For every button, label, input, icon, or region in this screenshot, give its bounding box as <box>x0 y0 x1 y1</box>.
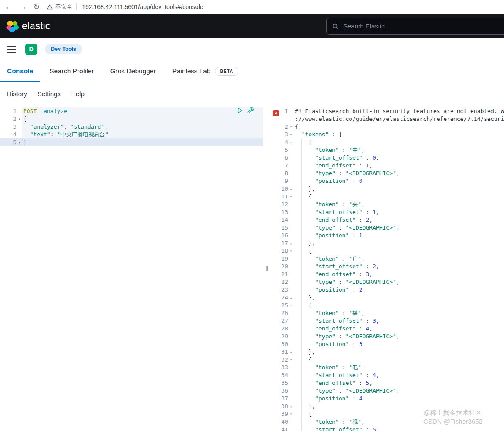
code-line[interactable]: 2▾{ <box>271 123 504 131</box>
code-line[interactable]: 29 "type" : "<IDEOGRAPHIC>", <box>271 333 504 340</box>
line-number: 38 <box>271 403 288 410</box>
search-input[interactable] <box>342 22 480 30</box>
code-line[interactable]: 28 "end_offset" : 4, <box>271 325 504 333</box>
code-line[interactable]: 4 "text": "中央广播电视总台" <box>0 131 263 138</box>
code-text: "position" : 2 <box>294 286 504 294</box>
code-line[interactable]: 26 "token" : "播", <box>271 309 504 317</box>
line-number: 28 <box>271 325 288 333</box>
code-line[interactable]: 12 "token" : "央", <box>271 201 504 208</box>
fold-toggle-icon[interactable]: ▾ <box>288 247 294 255</box>
code-line[interactable]: 1#! Elasticsearch built-in security feat… <box>271 107 504 115</box>
code-line[interactable]: 41 "start_offset" : 5, <box>271 426 504 431</box>
code-line[interactable]: 8 "type" : "<IDEOGRAPHIC>", <box>271 170 504 177</box>
tab-search-profiler[interactable]: Search Profiler <box>43 60 101 82</box>
browser-forward-button[interactable]: → <box>19 3 27 11</box>
code-line[interactable]: 17▴ }, <box>271 239 504 247</box>
code-line[interactable]: 6 "start_offset" : 0, <box>271 154 504 162</box>
line-number: 4 <box>0 131 16 138</box>
fold-toggle-icon[interactable]: ▴ <box>288 403 294 410</box>
gutter: 15 <box>271 224 294 232</box>
fold-toggle-icon[interactable]: ▴ <box>288 294 294 302</box>
response-pane[interactable]: ✕ 1#! Elasticsearch built-in security fe… <box>271 106 504 431</box>
code-line[interactable]: 9 "position" : 0 <box>271 177 504 185</box>
fold-toggle-icon[interactable]: ▾ <box>288 410 294 418</box>
code-line[interactable]: 21 "end_offset" : 3, <box>271 271 504 278</box>
code-line[interactable]: 4▾ { <box>271 138 504 146</box>
fold-toggle-icon[interactable]: ▾ <box>288 123 294 131</box>
request-pane[interactable]: 1POST _analyze2▾{3 "analyzer": "standard… <box>0 106 263 431</box>
fold-toggle-icon[interactable]: ▴ <box>288 185 294 193</box>
security-label[interactable]: 不安全 <box>55 3 72 11</box>
code-line[interactable]: 10▴ }, <box>271 185 504 193</box>
code-line[interactable]: 19 "token" : "广", <box>271 255 504 263</box>
line-number: 15 <box>271 224 288 232</box>
gutter: 5▴ <box>0 138 22 146</box>
gutter: 31▴ <box>271 348 294 356</box>
code-line[interactable]: 36 "type" : "<IDEOGRAPHIC>", <box>271 387 504 395</box>
code-line[interactable]: 22 "type" : "<IDEOGRAPHIC>", <box>271 278 504 286</box>
code-line[interactable]: 27 "start_offset" : 3, <box>271 317 504 325</box>
code-text: "end_offset" : 4, <box>294 325 504 333</box>
code-line[interactable]: ://www.elastic.co/guide/en/elasticsearch… <box>271 115 504 123</box>
watermark-line: @稀土掘金技术社区 <box>423 409 482 417</box>
code-line[interactable]: 3 "analyzer": "standard", <box>0 123 263 131</box>
fold-toggle-icon[interactable]: ▾ <box>288 302 294 309</box>
code-line[interactable]: 31▴ }, <box>271 348 504 356</box>
line-number: 23 <box>271 286 288 294</box>
fold-toggle-icon[interactable]: ▾ <box>288 193 294 201</box>
code-line[interactable]: 32▾ { <box>271 356 504 364</box>
fold-toggle-icon[interactable]: ▾ <box>288 138 294 146</box>
code-line[interactable]: 35 "end_offset" : 5, <box>271 379 504 387</box>
code-line[interactable]: 24▴ }, <box>271 294 504 302</box>
send-request-button[interactable] <box>236 107 243 114</box>
code-line[interactable]: 20 "start_offset" : 2, <box>271 263 504 271</box>
tab-grok-debugger[interactable]: Grok Debugger <box>103 60 163 82</box>
settings-button[interactable]: Settings <box>38 90 61 98</box>
code-line[interactable]: 33 "token" : "电", <box>271 364 504 371</box>
code-line[interactable]: 23 "position" : 2 <box>271 286 504 294</box>
code-line[interactable]: 30 "position" : 3 <box>271 340 504 348</box>
code-line[interactable]: 1POST _analyze <box>0 107 263 115</box>
url-bar[interactable]: 192.168.42.111:5601/app/dev_tools#/conso… <box>82 3 203 10</box>
code-line[interactable]: 25▾ { <box>271 302 504 309</box>
code-line[interactable]: 18▾ { <box>271 247 504 255</box>
tab-painless-lab[interactable]: Painless Lab BETA <box>166 60 245 82</box>
code-line[interactable]: 2▾{ <box>0 115 263 123</box>
browser-reload-button[interactable]: ↻ <box>34 3 40 12</box>
pane-resizer[interactable]: ‖ <box>263 106 271 431</box>
breadcrumb[interactable]: Dev Tools <box>45 44 82 54</box>
space-avatar[interactable]: D <box>25 44 37 55</box>
line-number: 36 <box>271 387 288 395</box>
fold-toggle-icon[interactable]: ▾ <box>288 356 294 364</box>
history-button[interactable]: History <box>7 90 27 98</box>
fold-toggle-icon[interactable]: ▴ <box>16 138 22 146</box>
global-search[interactable] <box>326 18 504 35</box>
help-button[interactable]: Help <box>71 90 85 98</box>
line-number: 31 <box>271 348 288 356</box>
fold-toggle-icon[interactable]: ▴ <box>288 348 294 356</box>
line-number: 26 <box>271 309 288 317</box>
code-line[interactable]: 5 "token" : "中", <box>271 146 504 154</box>
code-text: "start_offset" : 5, <box>294 426 504 431</box>
code-line[interactable]: 15 "type" : "<IDEOGRAPHIC>", <box>271 224 504 232</box>
code-text: "text": "中央广播电视总台" <box>22 131 263 138</box>
hamburger-menu-icon[interactable] <box>7 46 16 53</box>
code-line[interactable]: 16 "position" : 1 <box>271 232 504 239</box>
browser-back-button[interactable]: ← <box>5 3 13 11</box>
gutter: 17▴ <box>271 239 294 247</box>
code-line[interactable]: 34 "start_offset" : 4, <box>271 371 504 379</box>
code-line[interactable]: 5▴} <box>0 138 263 146</box>
tab-console[interactable]: Console <box>0 60 40 82</box>
fold-toggle-icon[interactable]: ▴ <box>288 239 294 247</box>
wrench-icon[interactable] <box>247 107 254 114</box>
fold-toggle-icon[interactable]: ▾ <box>288 131 294 138</box>
code-line[interactable]: 14 "end_offset" : 2, <box>271 216 504 224</box>
code-line[interactable]: 37 "position" : 4 <box>271 395 504 403</box>
code-line[interactable]: 7 "end_offset" : 1, <box>271 162 504 170</box>
code-line[interactable]: 11▾ { <box>271 193 504 201</box>
code-line[interactable]: 13 "start_offset" : 1, <box>271 208 504 216</box>
fold-toggle-icon[interactable]: ▾ <box>16 115 22 123</box>
elastic-logo-icon[interactable] <box>6 20 19 33</box>
code-line[interactable]: 3▾ "tokens" : [ <box>271 131 504 138</box>
code-text: ://www.elastic.co/guide/en/elasticsearch… <box>294 115 504 123</box>
